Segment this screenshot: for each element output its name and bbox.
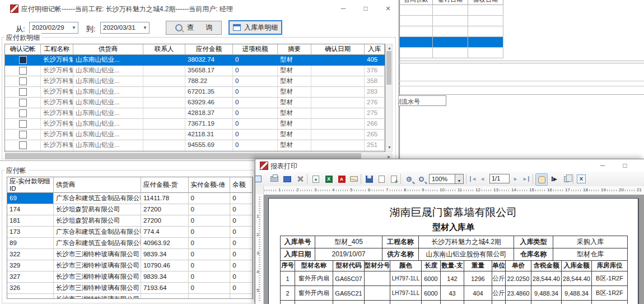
scroll-down-icon[interactable]: ▼ bbox=[388, 145, 391, 150]
table-row[interactable]: 长沙万科魅力...山东南山铝业...42818.370型材275 bbox=[5, 108, 385, 119]
hand-tool-icon[interactable] bbox=[535, 173, 548, 186]
print-icon[interactable] bbox=[269, 173, 280, 185]
table-row[interactable]: 长沙万科魅力...山东南山铝业...38032.740型材405 bbox=[5, 55, 385, 66]
confirm-checkbox[interactable] bbox=[19, 99, 27, 107]
confirm-cell[interactable] bbox=[5, 140, 41, 151]
confirm-checkbox[interactable] bbox=[19, 141, 27, 149]
copy-icon[interactable] bbox=[561, 173, 572, 185]
table-row[interactable]: 69广东合和建筑五金制品有限公司11411.7800 bbox=[7, 193, 253, 204]
minimize-button[interactable]: ─ bbox=[594, 160, 611, 171]
chevron-down-icon[interactable]: ▼ bbox=[143, 25, 147, 30]
close-preview-icon[interactable]: × bbox=[576, 173, 587, 185]
scrollbar-thumb[interactable] bbox=[386, 51, 391, 85]
maximize-button[interactable]: □ bbox=[357, 3, 374, 13]
table-row[interactable]: 长沙万科魅力...山东南山铝业...35658.170型材376 bbox=[5, 66, 385, 76]
column-header[interactable]: 供货商 bbox=[73, 44, 143, 55]
confirm-cell[interactable] bbox=[5, 76, 41, 87]
scroll-up-icon[interactable]: ▲ bbox=[388, 45, 391, 51]
mail-icon[interactable] bbox=[348, 173, 360, 185]
table-row[interactable]: 327长沙市三湘特种玻璃有限公司9839.3400 bbox=[7, 271, 253, 283]
zoom-in-icon[interactable]: + bbox=[403, 173, 414, 185]
from-date-picker[interactable]: 2020/02/29 ▼ bbox=[29, 22, 78, 34]
table-row[interactable] bbox=[400, 48, 503, 58]
column-header[interactable]: 摘要 bbox=[278, 44, 311, 55]
save-icon[interactable] bbox=[363, 173, 375, 185]
prev-page-icon[interactable]: ◄ bbox=[480, 174, 485, 183]
table-row[interactable]: 181长沙坦森贸易有限公司2720000 bbox=[7, 215, 253, 227]
confirm-checkbox[interactable] bbox=[19, 120, 27, 128]
text-select-icon[interactable]: I▸ bbox=[548, 173, 559, 185]
last-page-icon[interactable]: ► bbox=[522, 174, 529, 183]
column-header[interactable]: 应付金额 bbox=[185, 44, 233, 55]
table-row[interactable]: 174长沙坦森贸易有限公司2720000 bbox=[7, 204, 253, 215]
zoom-out-icon[interactable]: - bbox=[416, 173, 427, 185]
table-row[interactable]: 长沙万科魅力...山东南山铝业...788.220型材358 bbox=[5, 76, 385, 87]
settings-icon[interactable] bbox=[295, 173, 306, 185]
table-row[interactable] bbox=[400, 5, 503, 16]
column-header[interactable]: 联系人 bbox=[143, 44, 185, 55]
confirm-cell[interactable] bbox=[5, 87, 41, 98]
table-row[interactable]: 长沙万科魅力...山东南山铝业...94555.690型材251 bbox=[5, 140, 385, 151]
column-header[interactable]: 应-实付款明细ID bbox=[7, 177, 54, 193]
confirm-checkbox[interactable] bbox=[19, 131, 27, 139]
confirm-cell[interactable] bbox=[5, 55, 41, 66]
table-row[interactable]: 长沙万科魅力...山东南山铝业...73671.190型材266 bbox=[5, 119, 385, 130]
export-icon[interactable] bbox=[310, 173, 321, 185]
table-row[interactable]: 长沙万科魅力...山东南山铝业...67201.350型材283 bbox=[5, 87, 385, 98]
chevron-down-icon[interactable]: ▼ bbox=[72, 25, 76, 30]
confirm-checkbox[interactable] bbox=[19, 109, 27, 117]
column-header[interactable]: 实付金额-借 bbox=[189, 177, 231, 193]
query-button[interactable]: 查 询 bbox=[166, 21, 222, 35]
confirm-cell[interactable] bbox=[5, 66, 41, 76]
window-icon[interactable] bbox=[255, 173, 264, 185]
to-date-picker[interactable]: 2020/03/31 ▼ bbox=[100, 22, 150, 34]
table-row[interactable]: 89广东合和建筑五金制品有限公司40963.9200 bbox=[7, 238, 253, 249]
confirm-checkbox[interactable] bbox=[19, 88, 27, 96]
table-row[interactable]: 长沙市三湘特种玻璃有限公司 bbox=[7, 294, 253, 299]
table-row[interactable]: 329长沙市三湘特种玻璃有限公司10790.4600 bbox=[7, 260, 253, 271]
table-row[interactable] bbox=[400, 16, 503, 26]
column-header[interactable]: 余额 bbox=[230, 177, 253, 193]
column-header[interactable]: 工程名称 bbox=[41, 44, 73, 55]
close-button[interactable]: × bbox=[639, 160, 644, 171]
table-row[interactable]: 长沙万科魅力...山东南山铝业...3895.840型材250 bbox=[5, 151, 385, 152]
minimize-button[interactable]: ─ bbox=[335, 3, 352, 13]
confirm-cell[interactable] bbox=[5, 98, 41, 108]
table-row[interactable] bbox=[400, 37, 503, 48]
table-row[interactable]: 322长沙市三湘特种玻璃有限公司9839.3400 bbox=[7, 249, 253, 260]
zoom-select[interactable]: 100% ▼ bbox=[429, 174, 464, 184]
table-row[interactable]: 173广东合和建筑五金制品有限公司774.400 bbox=[7, 227, 253, 238]
plan-serial-field[interactable]: 计划流水号 bbox=[392, 95, 446, 106]
table-row[interactable] bbox=[400, 26, 503, 37]
inbound-detail-button[interactable]: 入库单明细 bbox=[228, 20, 282, 35]
column-header[interactable]: 供货商 bbox=[54, 177, 141, 193]
book-icon[interactable] bbox=[282, 173, 293, 185]
pdf-icon[interactable]: A bbox=[336, 173, 347, 185]
table-row[interactable]: 长沙万科魅力...山东南山铝业...42118.310型材265 bbox=[5, 130, 385, 140]
confirm-cell[interactable] bbox=[5, 119, 41, 130]
page-indicator[interactable]: 1/1 bbox=[489, 174, 510, 183]
add-document-icon[interactable] bbox=[388, 173, 399, 185]
confirm-checkbox[interactable] bbox=[19, 56, 27, 64]
first-page-icon[interactable]: ◄ bbox=[470, 174, 477, 183]
confirm-cell[interactable] bbox=[5, 130, 41, 140]
table-row[interactable]: 长沙万科魅力...山东南山铝业...63929.460型材276 bbox=[5, 98, 385, 108]
column-header[interactable]: 入库 bbox=[365, 44, 385, 55]
confirm-checkbox[interactable] bbox=[19, 77, 27, 85]
confirm-cell[interactable] bbox=[5, 151, 41, 152]
maximize-button[interactable]: □ bbox=[617, 160, 633, 171]
excel-icon[interactable]: X bbox=[323, 173, 334, 185]
confirm-cell[interactable] bbox=[5, 108, 41, 119]
column-header[interactable]: 确认记帐 bbox=[5, 44, 41, 55]
column-header[interactable]: 进项税额 bbox=[233, 44, 278, 55]
report-preview[interactable]: 12345 湖南巨晟门窗幕墙有限公司 型材入库单 入库单号型材_405工程名称长… bbox=[255, 195, 644, 304]
close-button[interactable]: × bbox=[380, 3, 396, 13]
confirm-checkbox[interactable] bbox=[19, 67, 27, 75]
table-row[interactable]: 326长沙市三湘特种玻璃有限公司7193.6400 bbox=[7, 283, 253, 294]
vertical-scrollbar[interactable]: ▲ ▼ bbox=[385, 44, 393, 152]
chevron-down-icon[interactable]: ▼ bbox=[458, 179, 461, 183]
column-header[interactable]: 应付金额-货 bbox=[141, 177, 189, 193]
document-icon[interactable] bbox=[376, 173, 387, 185]
next-page-icon[interactable]: ► bbox=[513, 174, 518, 183]
column-header[interactable]: 确认日期 bbox=[311, 44, 365, 55]
